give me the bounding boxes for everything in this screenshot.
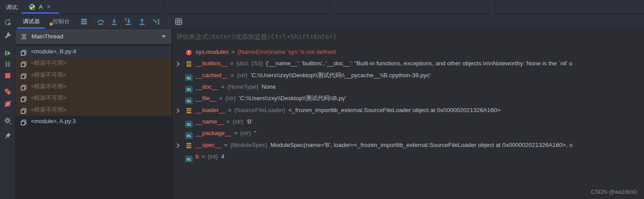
frame-row[interactable]: <框架不可用> [15, 69, 172, 81]
frame-row[interactable]: <框架不可用> [15, 81, 172, 92]
stack-frame-icon [20, 107, 27, 113]
variable-value: ModuleSpec(name='B', loader=<_frozen_imp… [271, 142, 573, 148]
frame-row[interactable]: <module>, A.py:3 [15, 116, 172, 127]
divider [3, 43, 12, 43]
show-execution-point-icon[interactable] [80, 18, 88, 26]
variable-row[interactable]: 01 b={int}4 [172, 151, 644, 162]
equals-sign: = [230, 60, 234, 67]
stack-frame-icon [20, 95, 27, 101]
resume-icon[interactable] [4, 49, 12, 57]
variable-value: '' [254, 130, 256, 136]
variable-name: b [196, 153, 199, 160]
variable-value: 'C:\\Users\\zxy\\Desktop\\测试代码\\__pycach… [250, 72, 430, 79]
variable-value: 'C:\\Users\\zxy\\Desktop\\测试代码\\B.py' [239, 95, 346, 101]
equals-sign: = [231, 72, 234, 79]
variable-type: {int} [207, 153, 218, 160]
variable-name: __spec__ [196, 142, 222, 148]
variable-type: {str} [240, 130, 251, 136]
rerun-icon[interactable] [4, 19, 12, 26]
evaluate-expression-input[interactable] [175, 29, 640, 44]
run-to-cursor-icon[interactable] [152, 18, 160, 26]
variable-value: <_frozen_importlib_external.SourceFileLo… [288, 107, 501, 113]
stack-frame-icon [20, 118, 27, 125]
variable-row[interactable]: __builtins__={dict: 153}{'__name__': 'bu… [172, 58, 644, 69]
debug-action-rail [0, 14, 15, 199]
error-icon [185, 49, 192, 56]
variable-row[interactable]: 01 __name__={str}'B' [172, 116, 644, 128]
variable-row[interactable]: 01 __cached__={str}'C:\\Users\\zxy\\Desk… [172, 70, 644, 81]
run-tab-a[interactable]: A × [21, 0, 59, 14]
variable-name: __doc__ [196, 83, 218, 90]
frame-label: <框架不可用> [31, 104, 66, 116]
variable-row[interactable]: __spec__={ModuleSpec}ModuleSpec(name='B'… [172, 139, 644, 151]
force-step-into-icon[interactable] [124, 18, 132, 26]
step-out-icon[interactable] [138, 18, 146, 26]
frame-row[interactable]: <框架不可用> [15, 104, 172, 116]
variable-row[interactable]: 01 __file__={str}'C:\\Users\\zxy\\Deskto… [172, 93, 644, 104]
variable-type: {dict: 153} [236, 60, 263, 67]
frame-row[interactable]: <module>, B.py:4 [15, 46, 172, 57]
dict-variable-icon [185, 107, 192, 114]
dict-variable-icon [185, 60, 192, 67]
debugger-toolbar: 调试器 控制台 [15, 14, 644, 29]
close-tab-icon[interactable]: × [47, 3, 51, 10]
stack-frame-icon [20, 72, 27, 79]
wrench-icon[interactable] [4, 32, 12, 39]
tab-console-label: 控制台 [53, 18, 70, 25]
primitive-variable-icon: 01 [185, 153, 192, 160]
watermark: CSDN @wa1ttinG [591, 188, 637, 195]
variable-row[interactable]: 01 __doc__={NoneType}None [172, 81, 644, 93]
divider [3, 112, 12, 112]
divider [168, 17, 169, 26]
variable-row[interactable]: 01 __package__={str}'' [172, 128, 644, 139]
expand-chevron-icon[interactable] [174, 107, 181, 114]
running-indicator-dot [32, 8, 35, 11]
equals-sign: = [221, 83, 225, 90]
evaluate-expression-icon[interactable] [175, 18, 183, 26]
step-into-icon[interactable] [110, 18, 118, 26]
variable-name: __name__ [196, 118, 224, 125]
variable-type: {str} [233, 118, 243, 125]
thread-selector-combo[interactable]: MainThread [15, 29, 172, 44]
thread-name: MainThread [31, 33, 63, 40]
pycharm-debug-window: 调试: A × [0, 0, 644, 199]
variable-type: {ModuleSpec} [230, 142, 267, 148]
frame-row[interactable]: <框架不可用> [15, 57, 172, 69]
expand-chevron-icon[interactable] [174, 142, 181, 149]
expand-chevron-icon[interactable] [174, 60, 181, 67]
mute-breakpoints-icon[interactable] [4, 100, 12, 108]
settings-gear-icon[interactable] [4, 117, 12, 124]
console-output-clock-icon [49, 22, 53, 26]
tab-title: A [39, 4, 43, 10]
step-over-icon[interactable] [97, 18, 105, 26]
primitive-variable-icon: 01 [185, 83, 192, 90]
variables-tree: sys.modules={NameError}name 'sys' is not… [172, 44, 644, 199]
pin-icon[interactable] [4, 132, 12, 139]
frame-label: <框架不可用> [31, 92, 66, 104]
debug-title-label: 调试: [6, 4, 19, 11]
frame-label: <module>, A.py:3 [31, 116, 76, 127]
variable-type: {NoneType} [227, 83, 259, 90]
variable-type: {str} [237, 72, 247, 79]
chevron-down-icon [161, 35, 166, 38]
view-breakpoints-icon[interactable] [4, 88, 12, 95]
divider [3, 83, 12, 84]
pause-icon[interactable] [4, 60, 12, 68]
stop-icon[interactable] [4, 72, 12, 79]
equals-sign: = [234, 130, 238, 136]
frame-row[interactable]: <框架不可用> [15, 92, 172, 104]
equals-sign: = [202, 153, 205, 160]
tab-console[interactable]: 控制台 [47, 14, 75, 29]
variable-row[interactable]: __loader__={SourceFileLoader}<_frozen_im… [172, 105, 644, 116]
frame-label: <module>, B.py:4 [31, 46, 76, 57]
variable-type: {str} [225, 95, 236, 101]
thread-icon [20, 33, 27, 40]
frame-label: <框架不可用> [31, 81, 66, 92]
primitive-variable-icon: 01 [185, 72, 192, 79]
variable-name: __package__ [196, 130, 231, 136]
divider [495, 1, 496, 13]
equals-sign: = [231, 49, 235, 55]
tab-debugger[interactable]: 调试器 [17, 14, 45, 29]
variable-type: {NameError} [238, 49, 271, 55]
variable-row[interactable]: sys.modules={NameError}name 'sys' is not… [172, 46, 644, 58]
